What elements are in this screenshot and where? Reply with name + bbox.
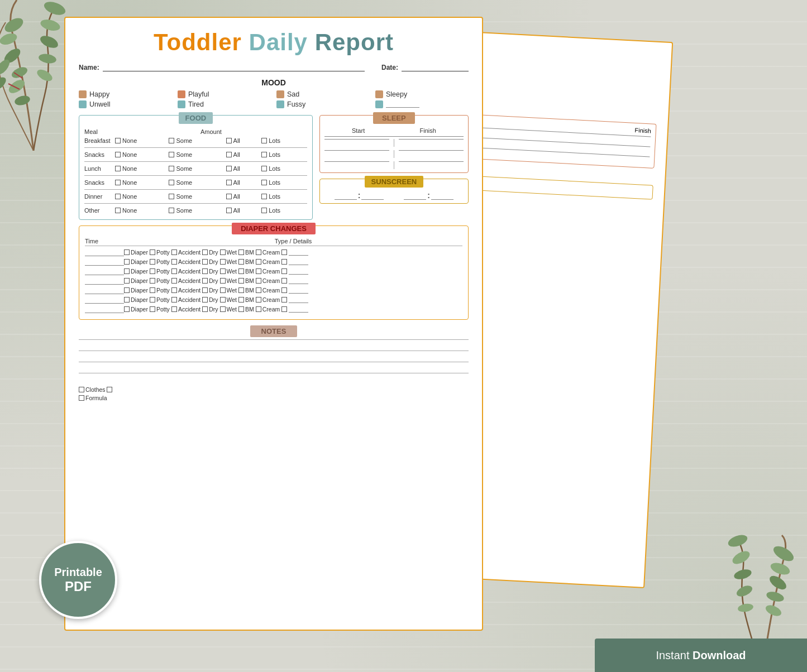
sunscreen-time-2a[interactable]	[404, 191, 426, 200]
main-paper: Toddler Daily Report Name: Date: MOOD Ha…	[64, 17, 483, 631]
mood-tired-box	[178, 100, 185, 108]
diaper-options-2: Diaper Potty Accident Dry Wet BM Cream	[124, 258, 462, 265]
right-column: SLEEP Start Finish	[319, 115, 469, 220]
snacks1-none-check[interactable]	[115, 152, 121, 157]
dinner-lots-check[interactable]	[261, 194, 267, 199]
diaper-time-3[interactable]	[85, 267, 124, 275]
notes-line-1[interactable]	[79, 339, 469, 348]
sleep-finish-2[interactable]	[399, 150, 464, 158]
snacks2-all-check[interactable]	[226, 180, 232, 185]
lunch-lots-check[interactable]	[261, 166, 267, 171]
mood-sleepy: Sleepy	[375, 90, 469, 98]
food-row-other: Other None Some All Lots	[84, 206, 308, 215]
diaper-time-2[interactable]	[85, 258, 124, 266]
snacks1-lots-check[interactable]	[261, 152, 267, 157]
sleep-start-1[interactable]	[324, 139, 389, 147]
sunscreen-time-1b[interactable]	[361, 191, 384, 200]
sunscreen-time-2b[interactable]	[431, 191, 453, 200]
mood-extra	[375, 100, 469, 108]
notes-line-3[interactable]	[79, 362, 469, 371]
mood-fussy-box	[276, 100, 284, 108]
diaper-bm-1: BM	[238, 249, 254, 256]
food-row-breakfast: Breakfast None Some All Lots	[84, 136, 308, 145]
sunscreen-section: SUNSCREEN : :	[319, 179, 469, 204]
notes-line-2[interactable]	[79, 351, 469, 359]
diaper-options-4: Diaper Potty Accident Dry Wet BM Cream	[124, 277, 462, 284]
diaper-time-1[interactable]	[85, 248, 124, 256]
notes-section: NOTES	[79, 325, 469, 382]
sleep-divider-2	[394, 150, 394, 158]
sleep-row-1	[324, 139, 464, 147]
diaper-sub-header: Time Type / Details	[85, 238, 462, 246]
sunscreen-time-1a[interactable]	[335, 191, 357, 200]
breakfast-lots-check[interactable]	[261, 138, 267, 143]
lunch-some-check[interactable]	[169, 166, 174, 171]
svg-point-8	[39, 33, 60, 51]
sleep-row-2	[324, 150, 464, 158]
diaper-accident-1: Accident	[171, 249, 200, 256]
other-all-check[interactable]	[226, 208, 232, 213]
clothes-check: Clothes	[79, 386, 112, 393]
diaper-row-5: Diaper Potty Accident Dry Wet BM Cream	[85, 286, 462, 294]
other-none-check[interactable]	[115, 208, 121, 213]
diaper-time-7[interactable]	[85, 305, 124, 313]
food-section: FOOD Meal Amount Breakfast None Some All	[79, 115, 313, 220]
diaper-row-3: Diaper Potty Accident Dry Wet BM Cream	[85, 267, 462, 275]
diaper-options-3: Diaper Potty Accident Dry Wet BM Cream	[124, 268, 462, 275]
sleep-columns: Start Finish	[324, 127, 464, 134]
snacks1-some-check[interactable]	[169, 152, 174, 157]
mood-grid: Happy Playful Sad Sleepy Unwell Tired	[79, 90, 469, 108]
other-lots-check[interactable]	[261, 208, 267, 213]
diaper-time-6[interactable]	[85, 296, 124, 304]
dinner-some-check[interactable]	[169, 194, 174, 199]
sleep-finish-3[interactable]	[399, 161, 464, 169]
snacks2-lots-check[interactable]	[261, 180, 267, 185]
food-row-snacks2: Snacks None Some All Lots	[84, 178, 308, 187]
sleep-start-2[interactable]	[324, 150, 389, 158]
diaper-time-5[interactable]	[85, 286, 124, 294]
sleep-finish-label: Finish	[420, 127, 436, 134]
dinner-none-check[interactable]	[115, 194, 121, 199]
snacks2-none-check[interactable]	[115, 180, 121, 185]
lunch-all-check[interactable]	[226, 166, 232, 171]
date-field[interactable]	[402, 61, 469, 71]
diaper-row-1: Diaper Potty Accident Dry Wet BM Cream	[85, 248, 462, 256]
svg-point-5	[13, 94, 31, 107]
food-table: Meal Amount Breakfast None Some All Lots	[84, 127, 308, 215]
sleep-finish-1[interactable]	[399, 139, 464, 147]
snacks2-some-check[interactable]	[169, 180, 174, 185]
food-row-snacks1: Snacks None Some All Lots	[84, 150, 308, 159]
svg-point-19	[730, 549, 752, 567]
diaper-title: DIAPER CHANGES	[232, 223, 316, 234]
date-label: Date:	[381, 64, 398, 71]
snacks1-all-check[interactable]	[226, 152, 232, 157]
sleep-start-label: Start	[352, 127, 365, 134]
diaper-extra-1[interactable]	[281, 249, 287, 255]
diaper-options-7: Diaper Potty Accident Dry Wet BM Cream	[124, 306, 462, 313]
sleep-start-3[interactable]	[324, 161, 389, 169]
download-banner: Instant Download	[595, 639, 807, 672]
sunscreen-title: SUNSCREEN	[365, 176, 424, 188]
mood-tired: Tired	[178, 100, 271, 108]
lunch-none-check[interactable]	[115, 166, 121, 171]
diaper-potty-1: Potty	[150, 249, 170, 256]
bottom-row: Clothes	[79, 386, 469, 393]
sleep-divider-1	[394, 139, 394, 147]
food-title: FOOD	[179, 112, 213, 124]
breakfast-none-check[interactable]	[115, 138, 121, 143]
breakfast-all-check[interactable]	[226, 138, 232, 143]
notes-line-4[interactable]	[79, 373, 469, 382]
diaper-dry-1: Dry	[202, 249, 218, 256]
name-field[interactable]	[103, 61, 365, 71]
dinner-all-check[interactable]	[226, 194, 232, 199]
diaper-row-7: Diaper Potty Accident Dry Wet BM Cream	[85, 305, 462, 313]
diaper-time-4[interactable]	[85, 277, 124, 285]
diaper-options-6: Diaper Potty Accident Dry Wet BM Cream	[124, 296, 462, 303]
sunscreen-colon-1: :	[358, 191, 361, 200]
mood-playful: Playful	[178, 90, 271, 98]
breakfast-some-check[interactable]	[169, 138, 174, 143]
svg-point-22	[737, 603, 754, 613]
other-some-check[interactable]	[169, 208, 174, 213]
mood-section: MOOD Happy Playful Sad Sleepy Unw	[79, 78, 469, 108]
diaper-row-6: Diaper Potty Accident Dry Wet BM Cream	[85, 296, 462, 304]
